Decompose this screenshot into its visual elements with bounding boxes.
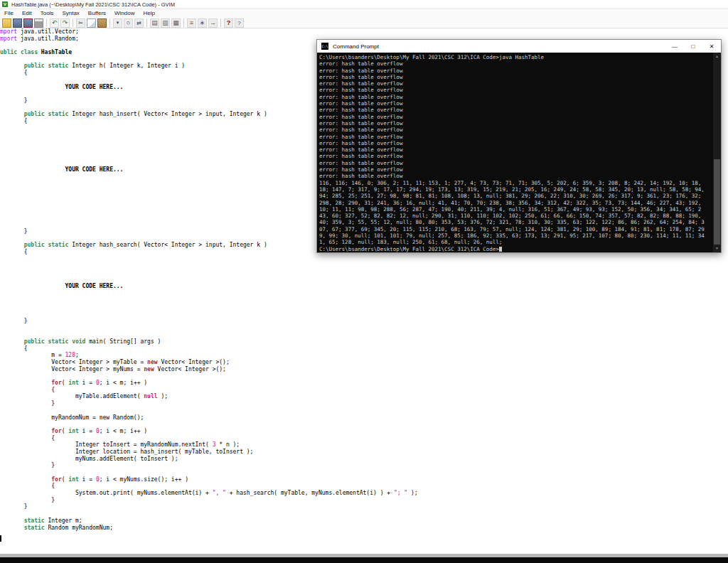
code-line: static Integer m; (0, 518, 728, 525)
cut-icon[interactable] (76, 18, 85, 28)
open-file-icon[interactable] (2, 18, 11, 28)
console-title: Command Prompt (333, 43, 379, 50)
toolbar (0, 18, 728, 28)
menu-help[interactable]: Help (139, 9, 159, 18)
copy-icon[interactable] (87, 18, 96, 28)
paste-icon[interactable] (97, 18, 107, 28)
desktop-screen: V HashTable.java (~\Desktop\My Fall 2021… (0, 0, 728, 563)
replace-icon[interactable] (134, 18, 144, 28)
build-tags-icon[interactable] (198, 18, 207, 28)
console-error-line: error: hash table overflow (319, 166, 712, 173)
vim-cursor (0, 535, 1, 542)
console-error-line: error: hash table overflow (319, 127, 712, 133)
code-line: YOUR CODE HERE... (0, 283, 728, 290)
scrollbar-thumb[interactable] (714, 159, 720, 245)
code-line: { (0, 435, 728, 442)
code-line (0, 510, 728, 518)
console-output-line: 9, 99; 30, null; 101, 101; 79, null; 257… (319, 232, 712, 239)
toolbar-separator (46, 18, 47, 27)
console-error-line: error: hash table overflow (319, 140, 712, 146)
code-line: } (0, 400, 728, 407)
code-line (0, 311, 728, 318)
console-output-line: 116, 116; 146, 0; 306, 2; 11, 11; 153, 1… (319, 180, 712, 186)
console-command-line: C:\Users\bsanders\Desktop\My Fall 2021\C… (319, 54, 712, 60)
console-output-line: 10; 11, 11; 98, 98; 288, 56; 287, 47; 19… (319, 206, 712, 213)
code-line (0, 269, 728, 277)
console-output-line: 40; 359, 3; 55, 55; 12, null; 80, 80; 35… (319, 219, 712, 225)
console-scrollbar[interactable]: ▲ ▼ (713, 53, 721, 252)
console-output-line: 18; 147, 7; 317, 9; 17, 17; 294, 19; 173… (319, 186, 712, 193)
save-file-icon[interactable] (13, 18, 22, 28)
scroll-up-arrow-icon[interactable]: ▲ (713, 53, 721, 60)
console-titlebar[interactable]: C:\ Command Prompt — □ ✕ (317, 40, 721, 53)
menu-syntax[interactable]: Syntax (58, 9, 83, 18)
run-script-icon[interactable] (171, 18, 181, 28)
code-line (0, 372, 728, 380)
close-button[interactable]: ✕ (702, 40, 721, 53)
console-output-line: 94; 285, 25; 251, 27; 98, 98; 81, 81; 10… (319, 193, 712, 199)
find-icon[interactable] (124, 18, 133, 28)
code-line (0, 290, 728, 297)
console-error-line: error: hash table overflow (319, 94, 712, 100)
gvim-window-title: HashTable.java (~\Desktop\My Fall 2021\C… (11, 1, 175, 8)
menu-buffers[interactable]: Buffers (84, 9, 110, 18)
gvim-app-icon: V (2, 1, 8, 7)
code-line: Vector< Integer > myTable = new Vector< … (0, 359, 728, 366)
menu-tools[interactable]: Tools (36, 9, 58, 18)
console-error-line: error: hash table overflow (319, 100, 712, 107)
console-output: C:\Users\bsanders\Desktop\My Fall 2021\C… (319, 54, 712, 252)
code-line (0, 297, 728, 304)
menu-edit[interactable]: Edit (18, 9, 36, 18)
code-line: for( int i = 0; i < myNums.size(); i++ ) (0, 476, 728, 483)
gvim-titlebar[interactable]: V HashTable.java (~\Desktop\My Fall 2021… (0, 0, 728, 9)
code-line (0, 407, 728, 414)
make-icon[interactable] (187, 18, 196, 28)
undo-icon[interactable] (50, 18, 59, 28)
save-session-icon[interactable] (161, 18, 170, 28)
code-line (0, 277, 728, 284)
code-line: { (0, 483, 728, 490)
code-line: Vector< Integer > myNums = new Vector< I… (0, 366, 728, 373)
code-line: Integer toInsert = myRandomNum.nextInt( … (0, 441, 728, 449)
toolbar-separator (183, 18, 184, 27)
cmd-icon: C:\ (321, 43, 328, 50)
code-line: for( int i = 0; i < m; i++ ) (0, 428, 728, 435)
console-error-line: error: hash table overflow (319, 68, 712, 74)
find-next-icon[interactable] (113, 18, 122, 28)
taskbar[interactable] (0, 557, 728, 563)
console-error-line: error: hash table overflow (319, 80, 712, 87)
code-line (0, 256, 728, 263)
scroll-down-arrow-icon[interactable]: ▼ (713, 245, 721, 252)
code-line (0, 325, 728, 332)
code-line: static Random myRandomNum; (0, 525, 728, 532)
toolbar-separator (146, 18, 147, 27)
toolbar-separator (109, 18, 110, 27)
redo-icon[interactable] (60, 18, 70, 28)
print-icon[interactable] (34, 18, 43, 28)
minimize-button[interactable]: — (665, 40, 684, 53)
help-icon[interactable] (224, 18, 233, 28)
console-output-line: 298, 28; 290, 31; 241, 36; 16, null; 41,… (319, 200, 712, 206)
console-error-line: error: hash table overflow (319, 160, 712, 166)
find-help-icon[interactable] (235, 18, 244, 28)
jump-to-tag-icon[interactable] (208, 18, 218, 28)
code-line (0, 304, 728, 311)
console-error-line: error: hash table overflow (319, 173, 712, 179)
menu-file[interactable]: File (0, 9, 18, 18)
console-error-line: error: hash table overflow (319, 153, 712, 159)
toolbar-separator (73, 18, 73, 27)
code-line: } (0, 503, 728, 510)
menu-window[interactable]: Window (110, 9, 139, 18)
console-error-line: error: hash table overflow (319, 60, 712, 67)
load-session-icon[interactable] (150, 18, 159, 28)
console-cursor (499, 247, 502, 252)
menu-bar: FileEditToolsSyntaxBuffersWindowHelp (0, 9, 728, 18)
code-line: System.out.print( myNums.elementAt(i) + … (0, 490, 728, 497)
console-error-line: error: hash table overflow (319, 107, 712, 113)
code-line (0, 421, 728, 428)
code-line: myRandomNum = new Random(); (0, 414, 728, 422)
save-all-icon[interactable] (23, 18, 33, 28)
console-body: C:\Users\bsanders\Desktop\My Fall 2021\C… (317, 53, 721, 252)
code-line: { (0, 387, 728, 394)
maximize-button[interactable]: □ (684, 40, 702, 53)
